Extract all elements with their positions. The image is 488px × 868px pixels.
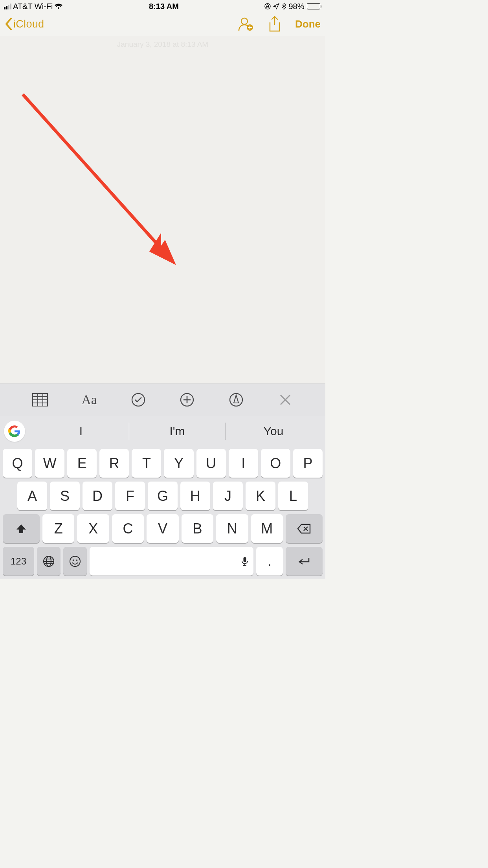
space-key[interactable] <box>90 547 253 576</box>
carrier-label: AT&T Wi-Fi <box>13 2 53 11</box>
share-icon <box>268 16 281 32</box>
plus-circle-icon <box>180 393 194 407</box>
key-e[interactable]: E <box>67 449 97 478</box>
globe-icon <box>43 555 55 567</box>
note-content-area[interactable]: January 3, 2018 at 8:13 AM <box>0 36 325 383</box>
key-s[interactable]: S <box>50 482 80 510</box>
key-u[interactable]: U <box>196 449 226 478</box>
key-y[interactable]: Y <box>164 449 193 478</box>
svg-point-25 <box>70 556 80 566</box>
key-d[interactable]: D <box>83 482 112 510</box>
key-p[interactable]: P <box>293 449 323 478</box>
dictation-button[interactable] <box>242 553 248 570</box>
suggestion-1[interactable]: I <box>33 416 129 447</box>
close-toolbar-button[interactable] <box>273 388 297 412</box>
key-x[interactable]: X <box>77 514 109 543</box>
table-icon <box>32 393 48 406</box>
key-q[interactable]: Q <box>3 449 32 478</box>
note-timestamp: January 3, 2018 at 8:13 AM <box>0 40 325 49</box>
key-w[interactable]: W <box>35 449 64 478</box>
checklist-button[interactable] <box>127 388 150 412</box>
svg-marker-5 <box>149 233 176 265</box>
key-g[interactable]: G <box>148 482 178 510</box>
key-c[interactable]: C <box>112 514 144 543</box>
wifi-icon <box>54 3 63 9</box>
close-icon <box>279 394 291 406</box>
key-a[interactable]: A <box>17 482 47 510</box>
key-k[interactable]: K <box>246 482 275 510</box>
key-b[interactable]: B <box>182 514 213 543</box>
key-f[interactable]: F <box>115 482 145 510</box>
pen-circle-icon <box>229 393 243 407</box>
chevron-left-icon <box>5 17 13 31</box>
key-v[interactable]: V <box>147 514 178 543</box>
markup-button[interactable] <box>224 388 248 412</box>
add-people-button[interactable] <box>237 15 254 33</box>
globe-key[interactable] <box>37 547 61 576</box>
onscreen-keyboard: Q W E R T Y U I O P A S D F G H J K L Z … <box>0 447 325 579</box>
keyboard-row-2: A S D F G H J K L <box>2 482 324 510</box>
key-z[interactable]: Z <box>42 514 74 543</box>
notes-format-toolbar: Aa <box>0 383 325 416</box>
add-attachment-button[interactable] <box>175 388 199 412</box>
microphone-icon <box>242 557 248 566</box>
checkmark-circle-icon <box>131 393 145 407</box>
bluetooth-icon <box>282 3 286 10</box>
person-add-icon <box>237 16 254 32</box>
backspace-key[interactable] <box>286 514 323 543</box>
key-r[interactable]: R <box>99 449 129 478</box>
key-h[interactable]: H <box>180 482 210 510</box>
svg-point-13 <box>132 394 145 406</box>
back-button[interactable]: iCloud <box>5 17 44 31</box>
emoji-icon <box>69 555 81 567</box>
return-icon <box>297 557 311 566</box>
key-j[interactable]: J <box>213 482 243 510</box>
table-button[interactable] <box>28 388 52 412</box>
suggestion-2[interactable]: I'm <box>129 416 225 447</box>
svg-marker-6 <box>155 240 176 265</box>
key-i[interactable]: I <box>229 449 258 478</box>
shift-key[interactable] <box>3 514 40 543</box>
annotation-arrow <box>20 91 185 276</box>
battery-icon <box>307 3 322 9</box>
keyboard-row-3: Z X C V B N M <box>2 514 324 543</box>
done-button[interactable]: Done <box>295 18 321 30</box>
location-icon <box>273 3 279 9</box>
svg-point-27 <box>76 559 78 561</box>
key-m[interactable]: M <box>251 514 283 543</box>
emoji-key[interactable] <box>63 547 87 576</box>
google-icon <box>8 425 21 438</box>
google-search-button[interactable] <box>4 421 25 442</box>
svg-point-26 <box>73 559 74 561</box>
svg-point-2 <box>241 18 248 24</box>
svg-rect-28 <box>244 557 246 562</box>
return-key[interactable] <box>286 547 323 576</box>
share-button[interactable] <box>266 15 283 33</box>
back-label: iCloud <box>13 18 44 30</box>
backspace-icon <box>297 524 311 534</box>
keyboard-row-1: Q W E R T Y U I O P <box>2 449 324 478</box>
text-format-label: Aa <box>81 392 97 407</box>
cellular-signal-icon <box>4 4 11 9</box>
key-t[interactable]: T <box>132 449 161 478</box>
text-format-button[interactable]: Aa <box>77 388 101 412</box>
status-bar: AT&T Wi-Fi 8:13 AM 98% <box>0 0 325 12</box>
keyboard-suggestion-bar: I I'm You <box>0 416 325 447</box>
key-n[interactable]: N <box>216 514 248 543</box>
navigation-bar: iCloud Done <box>0 12 325 36</box>
keyboard-row-4: 123 . <box>2 547 324 576</box>
battery-percent: 98% <box>288 2 304 11</box>
suggestion-3[interactable]: You <box>226 416 321 447</box>
svg-line-4 <box>23 94 161 248</box>
key-l[interactable]: L <box>278 482 308 510</box>
shift-icon <box>16 524 27 534</box>
clock: 8:13 AM <box>63 2 264 11</box>
key-o[interactable]: O <box>261 449 290 478</box>
period-key[interactable]: . <box>256 547 283 576</box>
numbers-key[interactable]: 123 <box>3 547 34 576</box>
rotation-lock-icon <box>264 3 271 9</box>
